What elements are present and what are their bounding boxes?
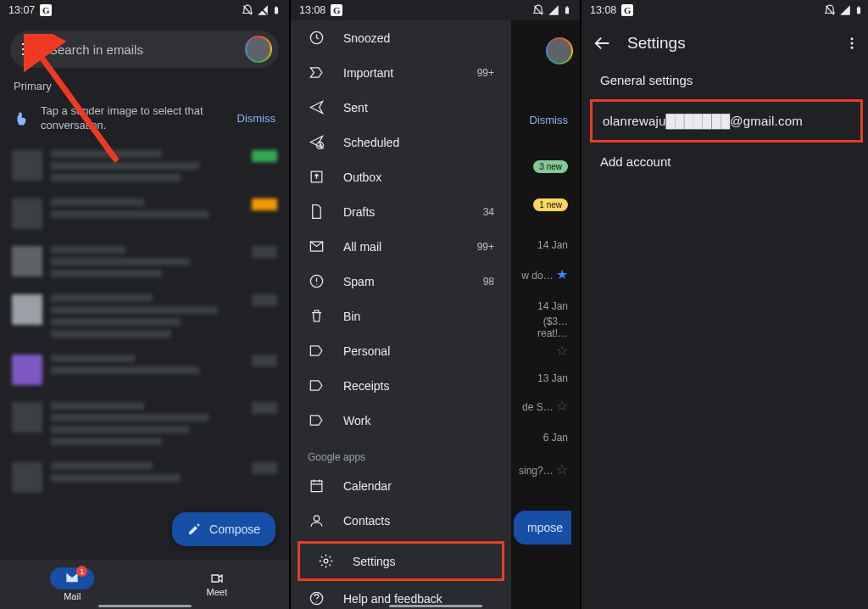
compose-button[interactable]: Compose [172,512,275,546]
drawer-count: 34 [483,206,494,218]
account-avatar[interactable] [245,36,272,63]
settings-title: Settings [627,34,686,53]
google-icon: G [331,4,342,16]
signal-icon [839,4,851,16]
tip-text: Tap a sender image to select that conver… [41,104,225,133]
svg-point-8 [324,559,328,563]
drawer-label: Receipts [343,379,389,393]
drawer-label: Drafts [343,205,375,219]
mail-pill: 1 [50,567,94,589]
drawer-label: All mail [343,240,381,254]
help-icon [308,590,325,606]
list-item[interactable] [10,190,279,237]
menu-icon[interactable] [22,43,37,55]
drawer-label: Snoozed [343,31,390,45]
battery-icon [854,4,863,16]
search-placeholder: Search in emails [49,42,233,57]
date: 6 Jan [543,432,568,444]
drawer-label: Contacts [343,514,390,528]
settings-appbar: Settings [581,20,868,61]
date: 14 Jan [537,239,568,251]
chip-new: 3 new [533,160,568,172]
email-list[interactable] [0,142,289,501]
video-icon [209,572,225,585]
spam-icon [308,273,325,289]
contacts-icon [308,512,325,528]
drawer-app-contacts[interactable]: Contacts [291,503,511,538]
search-bar[interactable]: Search in emails [10,31,279,68]
drawer-item-work[interactable]: Work [291,403,511,438]
drawer-item-spam[interactable]: Spam98 [291,264,511,299]
drawer-label: Scheduled [343,136,399,149]
drawer-label: Outbox [343,170,381,184]
drawer-label: Spam [343,275,375,288]
drawer-item-scheduled[interactable]: Scheduled [291,125,511,159]
outbox-icon [308,169,325,185]
drawer-item-outbox[interactable]: Outbox [291,159,511,194]
drawer-item-important[interactable]: Important99+ [291,55,511,90]
pane-inbox: 13:07G Search in emails Primary Tap a se… [0,0,291,609]
battery-icon [272,4,281,16]
drawer-count: 98 [483,276,494,288]
drawer-item-personal[interactable]: Personal [291,333,511,368]
account-avatar[interactable] [546,37,573,64]
tip-dismiss[interactable]: Dismiss [530,114,569,126]
clock: 13:07 [8,4,35,16]
drawer-label: Work [343,414,370,427]
send-icon [308,99,325,115]
settings-add-account[interactable]: Add account [581,142,868,181]
star-icon[interactable]: ☆ [556,343,568,359]
list-item[interactable] [10,286,279,346]
drawer-count: 99+ [477,67,494,79]
bottom-nav: 1 Mail Meet [0,560,289,609]
compose-label: Compose [209,522,260,536]
tip-banner: Tap a sender image to select that conver… [0,96,289,142]
overflow-icon[interactable] [844,36,860,51]
touch-icon [14,111,29,126]
list-item[interactable] [10,237,279,286]
list-item[interactable] [10,142,279,190]
drawer-label: Help and feedback [343,592,442,606]
compose-peek[interactable]: mpose [514,511,571,545]
drawer-label: Personal [343,344,390,358]
drawer-item-receipts[interactable]: Receipts [291,368,511,403]
google-icon: G [621,4,633,16]
google-icon: G [40,4,52,16]
svg-rect-6 [311,481,322,492]
drawer-item-all-mail[interactable]: All mail99+ [291,229,511,264]
nav-mail[interactable]: 1 Mail [0,560,145,609]
battery-icon [563,4,571,16]
back-icon[interactable] [593,34,612,53]
pane-drawer: 13:08G Dismiss 3 new 1 new 14 Jan w do… … [291,0,581,609]
drawer-item-sent[interactable]: Sent [291,90,511,125]
drawer-item-bin[interactable]: Bin [291,299,511,333]
important-icon [308,64,325,81]
date: 13 Jan [537,372,568,384]
drawer-label: Bin [343,310,360,323]
list-item[interactable] [10,454,279,501]
settings-account[interactable]: olanrewaju███████@gmail.com [593,102,860,140]
svg-point-7 [314,516,319,521]
drawer-item-drafts[interactable]: Drafts34 [291,194,511,229]
settings-general[interactable]: General settings [581,61,868,99]
category-tab[interactable]: Primary [0,68,289,96]
tip-dismiss[interactable]: Dismiss [237,112,276,125]
list-item[interactable] [10,394,279,454]
label-icon [308,412,325,428]
date: 14 Jan [537,300,568,312]
drawer-app-calendar[interactable]: Calendar [291,468,511,503]
drawer-settings[interactable]: Settings [300,544,502,578]
nav-handle[interactable] [98,605,192,607]
signal-icon [548,4,559,16]
snippet: de S… ☆ [522,398,568,414]
snippet: w do… ★ [521,266,568,282]
clock: 13:08 [590,4,616,16]
allmail-icon [308,238,325,254]
drawer-scrim[interactable]: Dismiss 3 new 1 new 14 Jan w do… ★ 14 Ja… [511,20,580,609]
dnd-icon [242,4,253,16]
mail-badge: 1 [76,566,87,577]
drawer-item-snoozed[interactable]: Snoozed [291,20,511,55]
list-item[interactable] [10,346,279,394]
nav-meet[interactable]: Meet [145,560,290,609]
nav-handle[interactable] [389,605,482,607]
